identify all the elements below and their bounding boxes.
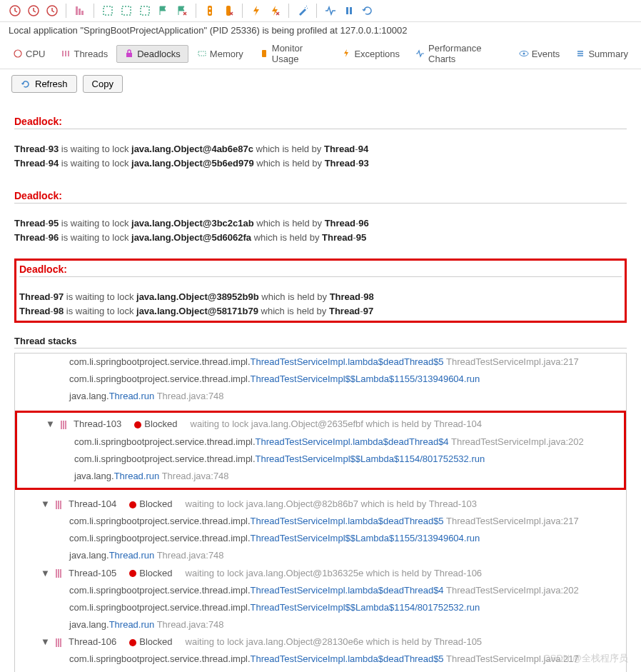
refresh-button[interactable]: Refresh (11, 75, 77, 93)
stack-frame: com.li.springbootproject.service.thread.… (20, 433, 621, 451)
svg-rect-34 (58, 638, 59, 647)
status-dot-icon (129, 501, 136, 508)
svg-rect-3 (76, 6, 78, 15)
thread-block: ▼ Thread-105 Blocked waiting to lock jav… (15, 565, 626, 634)
tab-deadlocks[interactable]: Deadlocks (116, 45, 188, 63)
thread-icon (55, 638, 62, 648)
clock-forward-icon[interactable] (26, 3, 41, 19)
thread-block: ▼ Thread-103 Blocked waiting to lock jav… (15, 411, 626, 490)
svg-rect-21 (262, 50, 266, 57)
thread-header[interactable]: ▼ Thread-105 Blocked waiting to lock jav… (15, 565, 626, 582)
bolt-icon[interactable] (248, 3, 264, 19)
dashed-box-icon[interactable] (118, 3, 134, 19)
watermark: CSDN @全栈程序员 (543, 652, 628, 665)
deadlock-line: Thread-96 is waiting to lock java.lang.O… (14, 231, 627, 245)
dashed-box-icon[interactable] (137, 3, 153, 19)
svg-rect-31 (58, 569, 59, 578)
thread-header[interactable]: ▼ Thread-103 Blocked waiting to lock jav… (20, 416, 621, 433)
svg-point-11 (209, 12, 211, 14)
svg-rect-18 (68, 51, 69, 56)
wand-icon[interactable] (295, 3, 311, 19)
tab-memory[interactable]: Memory (190, 46, 251, 62)
clock-icon[interactable] (44, 3, 60, 19)
tab-summary[interactable]: Summary (568, 46, 635, 62)
deadlock-heading: Deadlock: (14, 116, 627, 129)
deadlock-section: Deadlock: Thread-93 is waiting to lock j… (14, 116, 627, 179)
svg-rect-16 (62, 51, 64, 56)
deadlock-line: Thread-93 is waiting to lock java.lang.O… (14, 142, 627, 156)
svg-rect-13 (346, 7, 348, 14)
stack-frame: com.li.springbootproject.service.thread.… (15, 513, 626, 530)
thread-icon (55, 500, 62, 510)
button-row: Refresh Copy (0, 69, 641, 99)
expand-toggle[interactable]: ▼ (46, 417, 54, 431)
stack-frame: com.li.springbootproject.service.thread.… (20, 451, 621, 468)
threads-icon (61, 49, 71, 59)
stack-frame: java.lang.Thread.run Thread.java:748 (15, 547, 626, 564)
thread-icon (55, 568, 62, 578)
thread-header[interactable]: ▼ Thread-104 Blocked waiting to lock jav… (15, 496, 626, 513)
bolt-x-icon[interactable] (267, 3, 283, 19)
dashed-box-icon[interactable] (100, 3, 116, 19)
tab-charts[interactable]: Performance Charts (408, 40, 510, 67)
svg-point-10 (209, 8, 211, 10)
svg-rect-7 (122, 6, 131, 15)
svg-rect-27 (56, 501, 57, 509)
stack-frame: com.li.springbootproject.service.thread.… (15, 353, 626, 371)
view-tabs: CPU Threads Deadlocks Memory Monitor Usa… (0, 39, 641, 69)
traffic-x-icon[interactable] (221, 3, 236, 19)
expand-toggle[interactable]: ▼ (41, 635, 49, 649)
status-dot-icon (129, 639, 136, 646)
deadlock-section: Deadlock: Thread-95 is waiting to lock j… (14, 190, 627, 253)
svg-rect-6 (104, 6, 112, 15)
tab-cpu[interactable]: CPU (6, 46, 52, 62)
svg-rect-24 (61, 421, 62, 429)
pause-icon[interactable] (341, 3, 357, 19)
clock-icon (13, 49, 23, 59)
traffic-icon (259, 49, 269, 59)
svg-point-15 (14, 50, 21, 57)
expand-toggle[interactable]: ▼ (41, 497, 49, 511)
flag-icon[interactable] (156, 3, 171, 19)
expand-toggle[interactable]: ▼ (41, 566, 49, 581)
svg-rect-17 (65, 51, 66, 56)
copy-button[interactable]: Copy (83, 75, 123, 93)
stacks-panel: com.li.springbootproject.service.thread.… (14, 353, 627, 672)
thread-icon (60, 420, 67, 430)
svg-rect-32 (60, 569, 61, 578)
svg-rect-14 (350, 7, 352, 14)
tab-threads[interactable]: Threads (54, 46, 115, 62)
status-dot-icon (134, 421, 141, 428)
refresh-icon[interactable] (360, 3, 375, 19)
tab-monitor[interactable]: Monitor Usage (252, 40, 333, 67)
bars-down-icon[interactable] (72, 3, 88, 19)
svg-rect-28 (58, 501, 59, 509)
pulse-icon[interactable] (323, 3, 338, 19)
lock-icon (124, 49, 134, 59)
memory-icon (197, 49, 207, 59)
svg-rect-5 (81, 11, 84, 15)
thread-stacks-heading: Thread stacks (14, 336, 627, 348)
svg-rect-19 (126, 53, 132, 57)
stack-frame: com.li.springbootproject.service.thread.… (15, 530, 626, 547)
stack-frame: com.li.springbootproject.service.thread.… (15, 651, 626, 668)
stack-frame: com.li.springbootproject.service.thread.… (15, 371, 626, 388)
svg-rect-4 (79, 9, 81, 15)
thread-header[interactable]: ▼ Thread-106 Blocked waiting to lock jav… (15, 633, 626, 651)
clock-back-icon[interactable] (7, 3, 23, 19)
tab-exceptions[interactable]: Exceptions (334, 46, 407, 62)
deadlock-section: Deadlock: Thread-97 is waiting to lock j… (14, 259, 627, 323)
list-icon (575, 49, 585, 59)
svg-rect-29 (60, 501, 61, 509)
svg-rect-26 (65, 421, 66, 429)
traffic-icon[interactable] (202, 3, 218, 19)
profiling-status: Local application "SpringBootProjectAppl… (0, 22, 641, 39)
flag-x-icon[interactable] (174, 3, 190, 19)
stack-frame: com.li.springbootproject.service.thread.… (15, 599, 626, 616)
deadlock-line: Thread-95 is waiting to lock java.lang.O… (14, 216, 627, 231)
svg-rect-30 (56, 569, 57, 578)
main-toolbar (0, 0, 641, 22)
svg-point-23 (523, 53, 525, 55)
svg-rect-35 (60, 638, 61, 647)
tab-events[interactable]: Events (512, 46, 567, 62)
